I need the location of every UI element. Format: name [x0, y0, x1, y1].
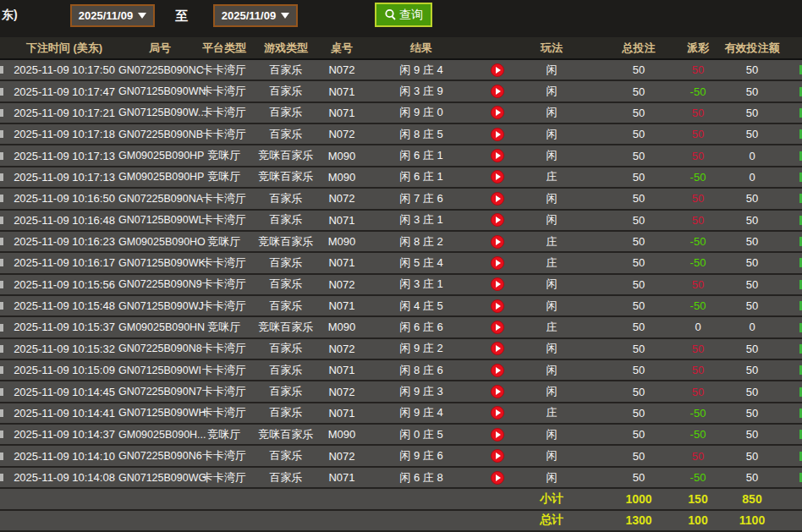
table-row: 2025-11-09 10:17:21 GN07125B090W... 卡卡湾厅… — [0, 103, 802, 124]
cell-payout: 50 — [685, 343, 711, 355]
cell-bet-time: 2025-11-09 10:15:56 — [10, 278, 118, 291]
cell-game-type: 百家乐 — [247, 255, 325, 271]
play-video-icon[interactable] — [491, 63, 504, 77]
table-row: 2025-11-09 10:16:17 GN07125B090WK 卡卡湾厅 百… — [0, 253, 802, 274]
left-edge-fragment — [0, 295, 10, 316]
table-row: 2025-11-09 10:15:56 GN07225B090N9 卡卡湾厅 百… — [0, 275, 802, 296]
right-edge-link-fragment[interactable] — [794, 274, 802, 295]
play-video-icon[interactable] — [491, 192, 504, 206]
cell-result: 闲 6 庄 8 — [359, 470, 484, 485]
play-video-icon[interactable] — [491, 385, 504, 398]
cell-game-type: 竞咪百家乐 — [247, 169, 325, 184]
cell-payout: 50 — [685, 386, 711, 398]
right-edge-link-fragment[interactable] — [794, 188, 802, 209]
table-body: 2025-11-09 10:17:50 GN07225B090NC 卡卡湾厅 百… — [0, 60, 802, 489]
left-edge-fragment — [0, 424, 10, 445]
right-edge-link-fragment[interactable] — [794, 359, 802, 381]
left-edge-fragment — [0, 381, 10, 403]
play-video-icon[interactable] — [491, 256, 504, 270]
right-edge-link-fragment[interactable] — [794, 317, 802, 338]
right-edge-link-fragment[interactable] — [794, 210, 802, 231]
right-edge-link-fragment[interactable] — [794, 403, 802, 424]
table-row: 2025-11-09 10:16:23 GM09025B090HO 竞咪厅 竞咪… — [0, 232, 802, 253]
cell-result: 闲 9 庄 4 — [359, 405, 484, 420]
cell-payout: 0 — [685, 321, 711, 333]
cell-round-id: GN07125B090WK — [118, 257, 201, 269]
right-edge-link-fragment[interactable] — [794, 381, 802, 403]
date-from-picker[interactable]: 2025/11/09 — [70, 4, 155, 27]
cell-round-id: GN07125B090WN — [118, 85, 201, 97]
table-row: 2025-11-09 10:17:50 GN07225B090NC 卡卡湾厅 百… — [0, 60, 802, 81]
cell-play-type: 闲 — [511, 148, 592, 163]
cell-table-no: N071 — [325, 214, 359, 227]
left-edge-fragment — [0, 59, 10, 80]
cell-table-no: N072 — [325, 192, 359, 205]
cell-valid-bet: 0 — [711, 150, 794, 162]
play-video-icon[interactable] — [491, 449, 504, 463]
cell-total-bet: 50 — [592, 321, 685, 333]
play-video-icon[interactable] — [491, 85, 504, 98]
right-edge-link-fragment[interactable] — [794, 252, 802, 273]
cell-play-type: 闲 — [511, 212, 592, 228]
left-edge-fragment — [0, 338, 10, 359]
total-label: 总计 — [511, 513, 592, 528]
cell-table-no: N071 — [325, 471, 359, 484]
right-edge-link-fragment[interactable] — [794, 59, 802, 80]
play-video-icon[interactable] — [491, 406, 504, 420]
play-video-icon[interactable] — [491, 342, 504, 355]
play-video-icon[interactable] — [491, 170, 504, 184]
play-video-icon[interactable] — [491, 213, 504, 227]
play-video-icon[interactable] — [491, 128, 504, 141]
right-edge-link-fragment[interactable] — [794, 167, 802, 188]
right-edge-link-fragment[interactable] — [794, 102, 802, 123]
right-edge-link-fragment[interactable] — [794, 295, 802, 316]
right-edge-link-fragment[interactable] — [794, 81, 802, 102]
cell-total-bet: 50 — [592, 192, 685, 205]
cell-total-bet: 50 — [592, 299, 685, 312]
cell-bet-time: 2025-11-09 10:14:41 — [10, 407, 118, 420]
right-edge-link-fragment[interactable] — [794, 467, 802, 488]
cell-round-id: GN07125B090WL — [118, 214, 201, 226]
left-edge-fragment — [0, 274, 10, 295]
play-video-icon[interactable] — [491, 106, 504, 119]
play-video-icon[interactable] — [491, 321, 504, 334]
header-payout: 派彩 — [685, 41, 711, 56]
cell-bet-time: 2025-11-09 10:14:45 — [10, 386, 118, 398]
header-round-id: 局号 — [118, 41, 201, 56]
right-edge-link-fragment[interactable] — [794, 446, 802, 467]
table-row: 2025-11-09 10:14:45 GN07225B090N7 卡卡湾厅 百… — [0, 381, 802, 403]
right-edge-link-fragment[interactable] — [794, 145, 802, 167]
date-to-picker[interactable]: 2025/11/09 — [213, 4, 298, 27]
cell-result: 闲 6 庄 1 — [359, 169, 484, 184]
header-bet-time: 下注时间 (美东) — [10, 41, 118, 56]
cell-total-bet: 50 — [592, 85, 685, 98]
left-edge-fragment — [0, 145, 10, 167]
play-video-icon[interactable] — [491, 428, 504, 442]
play-video-icon[interactable] — [491, 299, 504, 313]
play-video-icon[interactable] — [491, 471, 504, 485]
cell-table-no: M090 — [325, 171, 359, 184]
cell-result: 闲 9 庄 2 — [359, 341, 484, 356]
cell-table-no: N071 — [325, 407, 359, 420]
cell-valid-bet: 50 — [711, 471, 794, 484]
table-row: 2025-11-09 10:15:32 GN07225B090N8 卡卡湾厅 百… — [0, 339, 802, 360]
query-button[interactable]: 查询 — [375, 3, 432, 27]
play-video-icon[interactable] — [491, 277, 504, 291]
date-range-to-label: 至 — [175, 8, 188, 25]
cell-result: 闲 9 庄 0 — [359, 105, 484, 120]
cell-table-no: N072 — [325, 63, 359, 76]
right-edge-link-fragment[interactable] — [794, 338, 802, 359]
cell-result: 闲 3 庄 1 — [359, 277, 484, 292]
play-video-icon[interactable] — [491, 364, 504, 377]
cell-platform: 卡卡湾厅 — [201, 277, 247, 292]
bet-history-table: 下注时间 (美东) 局号 平台类型 游戏类型 桌号 结果 玩法 总投注 派彩 有… — [0, 37, 802, 532]
cell-payout: 50 — [685, 278, 711, 291]
cell-play-type: 庄 — [511, 255, 592, 271]
play-video-icon[interactable] — [491, 149, 504, 162]
cell-payout: -50 — [685, 471, 711, 484]
right-edge-link-fragment[interactable] — [794, 123, 802, 145]
play-video-icon[interactable] — [491, 235, 504, 249]
left-edge-fragment — [0, 252, 10, 273]
right-edge-link-fragment[interactable] — [794, 424, 802, 445]
right-edge-link-fragment[interactable] — [794, 231, 802, 252]
